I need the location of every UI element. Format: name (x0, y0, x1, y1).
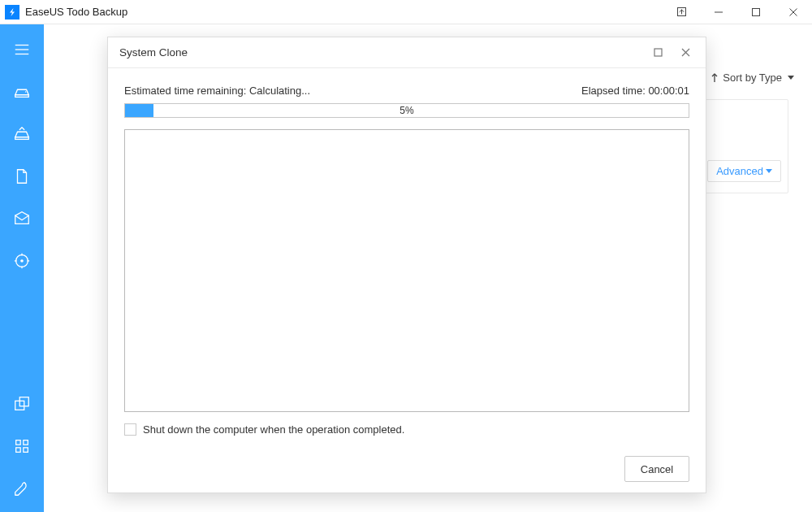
dialog-header: System Clone (108, 37, 706, 68)
dialog-close-button[interactable] (672, 37, 699, 68)
svg-rect-26 (654, 49, 662, 56)
shutdown-label: Shut down the computer when the operatio… (143, 423, 404, 436)
svg-rect-19 (16, 440, 21, 445)
dialog-maximize-button[interactable] (644, 37, 672, 68)
shutdown-option[interactable]: Shut down the computer when the operatio… (124, 423, 689, 436)
elapsed-time-label: Elapsed time: (581, 85, 646, 97)
svg-rect-10 (15, 137, 29, 140)
progress-percent-label: 5% (125, 104, 689, 117)
cancel-button[interactable]: Cancel (624, 456, 689, 482)
app-title: EaseUS Todo Backup (25, 6, 127, 18)
estimated-time-label: Estimated time remaining: (124, 85, 246, 97)
chevron-down-icon (788, 76, 794, 80)
shutdown-checkbox[interactable] (124, 423, 136, 436)
app-logo-icon (5, 5, 19, 20)
estimated-time-value: Calculating... (246, 85, 310, 97)
dialog-title: System Clone (119, 46, 188, 59)
dialog-footer: Cancel (108, 445, 706, 492)
popout-button[interactable] (663, 0, 700, 24)
sort-arrow-icon (710, 73, 719, 83)
log-output-box (124, 129, 689, 412)
system-backup-icon[interactable] (0, 115, 44, 153)
sort-dropdown[interactable]: Sort by Type (710, 72, 794, 84)
maximize-button[interactable] (737, 0, 775, 24)
progress-bar: 5% (124, 103, 689, 118)
svg-rect-22 (24, 448, 28, 453)
mail-backup-icon[interactable] (0, 200, 44, 237)
disk-backup-icon[interactable] (0, 73, 44, 111)
svg-point-12 (20, 259, 24, 263)
settings-wrench-icon[interactable] (0, 470, 44, 507)
clone-icon[interactable] (0, 385, 44, 423)
minimize-button[interactable] (700, 0, 737, 24)
close-button[interactable] (775, 0, 812, 24)
svg-rect-2 (753, 8, 760, 15)
cancel-button-label: Cancel (641, 463, 673, 475)
hamburger-menu-icon[interactable] (0, 31, 44, 68)
tools-grid-icon[interactable] (0, 427, 44, 465)
file-backup-icon[interactable] (0, 158, 44, 195)
svg-point-9 (25, 91, 26, 92)
status-row: Estimated time remaining: Calculating...… (124, 85, 689, 97)
elapsed-time: Elapsed time: 00:00:01 (581, 85, 689, 97)
dialog-body: Estimated time remaining: Calculating...… (108, 68, 706, 445)
titlebar: EaseUS Todo Backup (0, 0, 812, 24)
estimated-time: Estimated time remaining: Calculating... (124, 85, 310, 97)
chevron-down-icon (766, 169, 772, 173)
sidebar (0, 24, 44, 512)
sort-label: Sort by Type (723, 72, 782, 84)
elapsed-time-value: 00:00:01 (646, 85, 689, 97)
smart-backup-icon[interactable] (0, 242, 44, 280)
svg-rect-21 (16, 448, 21, 453)
advanced-label: Advanced (716, 165, 763, 177)
system-clone-dialog: System Clone Estimated time remaining: C… (107, 37, 706, 493)
advanced-dropdown[interactable]: Advanced (707, 160, 781, 182)
svg-rect-20 (24, 440, 28, 445)
svg-rect-8 (15, 95, 29, 98)
